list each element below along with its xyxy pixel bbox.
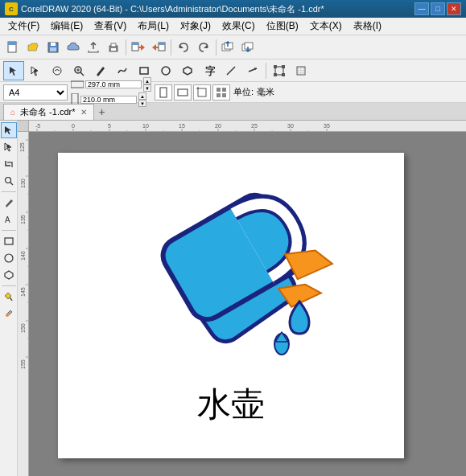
left-zoom-tool[interactable]: [1, 173, 17, 189]
print-button[interactable]: [104, 38, 123, 57]
svg-point-60: [5, 254, 13, 262]
svg-line-57: [10, 183, 13, 186]
height-field[interactable]: [80, 96, 137, 104]
left-select-tool[interactable]: [1, 122, 17, 138]
left-eyedropper-tool[interactable]: [1, 306, 17, 322]
add-tab-button[interactable]: +: [94, 104, 110, 120]
svg-point-22: [53, 67, 61, 75]
tab-bar: ⌂ 未命名 -1.cdr* ✕ +: [0, 103, 466, 121]
menu-text[interactable]: 文本(X): [305, 18, 347, 35]
menu-table[interactable]: 表格(I): [348, 18, 386, 35]
svg-text:140: 140: [20, 251, 26, 261]
text-tool[interactable]: 字: [199, 61, 220, 80]
import-button[interactable]: [129, 38, 148, 57]
left-polygon-tool[interactable]: [1, 267, 17, 283]
upload-button[interactable]: [84, 38, 103, 57]
document-tab[interactable]: ⌂ 未命名 -1.cdr* ✕: [3, 104, 94, 120]
crop-tool[interactable]: [291, 61, 311, 80]
close-button[interactable]: ✕: [447, 2, 461, 15]
svg-marker-29: [184, 67, 192, 75]
move-down-button[interactable]: [239, 38, 258, 57]
bleed-button[interactable]: [193, 84, 211, 101]
undo-button[interactable]: [174, 38, 193, 57]
left-fill-tool[interactable]: [1, 289, 17, 305]
minimize-button[interactable]: —: [414, 2, 429, 15]
canvas-area[interactable]: -5 0 5 10 15 20 25 30 35: [18, 121, 466, 476]
new-button[interactable]: [3, 38, 23, 57]
landscape-button[interactable]: [174, 84, 192, 101]
menu-object[interactable]: 对象(J): [175, 18, 216, 35]
svg-rect-7: [111, 43, 116, 47]
menu-view[interactable]: 查看(V): [89, 18, 131, 35]
ruler-corner: [18, 121, 29, 132]
v-ruler-ticks: 125 130 135 140 145 150 155: [18, 132, 29, 476]
svg-rect-1: [8, 42, 16, 45]
width-field[interactable]: [85, 80, 142, 88]
main-toolbar: [0, 35, 466, 60]
main-area: A -5 0: [0, 121, 466, 476]
width-up[interactable]: ▲: [143, 77, 151, 84]
svg-rect-38: [282, 73, 285, 76]
dimension-tool[interactable]: [242, 61, 263, 80]
tab-close-button[interactable]: ✕: [80, 108, 87, 117]
redo-button[interactable]: [194, 38, 213, 57]
width-icon: [71, 80, 84, 88]
save-button[interactable]: [43, 38, 63, 57]
svg-text:25: 25: [251, 123, 258, 129]
title-bar: C CorelDRAW 2020 (64-Bit) - C:\Users\Adm…: [0, 0, 466, 18]
left-ellipse-tool[interactable]: [1, 250, 17, 266]
menu-edit[interactable]: 编辑(E): [46, 18, 88, 35]
smear-tool[interactable]: [47, 61, 68, 80]
portrait-button[interactable]: [155, 84, 172, 101]
page-size-select[interactable]: A4: [3, 84, 68, 101]
svg-text:130: 130: [20, 178, 26, 188]
left-separator-2: [2, 230, 16, 231]
svg-rect-8: [111, 48, 116, 51]
line-tool[interactable]: [221, 61, 241, 80]
h-ruler-ticks: -5 0 5 10 15 20 25 30 35: [29, 121, 466, 132]
left-rect-tool[interactable]: [1, 233, 17, 249]
move-up-button[interactable]: [219, 38, 238, 57]
svg-text:125: 125: [19, 142, 25, 152]
svg-rect-37: [274, 73, 277, 76]
svg-rect-35: [274, 65, 277, 68]
svg-point-21: [34, 69, 37, 72]
width-down[interactable]: ▼: [143, 84, 151, 92]
open-button[interactable]: [23, 38, 43, 57]
svg-text:15: 15: [179, 123, 185, 129]
svg-rect-45: [178, 89, 188, 96]
select-tool[interactable]: [3, 61, 24, 80]
grid-button[interactable]: [212, 84, 230, 101]
menu-bar: 文件(F) 编辑(E) 查看(V) 布局(L) 对象(J) 效果(C) 位图(B…: [0, 18, 466, 35]
menu-effects[interactable]: 效果(C): [217, 18, 260, 35]
svg-marker-19: [10, 67, 16, 76]
left-text-tool[interactable]: A: [1, 211, 17, 228]
maximize-button[interactable]: □: [431, 2, 445, 15]
svg-marker-2: [16, 42, 18, 43]
menu-file[interactable]: 文件(F): [3, 18, 44, 35]
height-up[interactable]: ▲: [138, 92, 146, 100]
tool-palette-bar: 字: [0, 60, 466, 82]
ellipse-tool[interactable]: [155, 61, 176, 80]
menu-bitmap[interactable]: 位图(B): [262, 18, 303, 35]
cloud-button[interactable]: [64, 38, 83, 57]
svg-rect-42: [71, 81, 84, 88]
svg-text:-5: -5: [35, 123, 40, 129]
left-crop-tool[interactable]: [1, 156, 17, 172]
left-pen-tool[interactable]: [1, 195, 17, 211]
svg-line-31: [227, 67, 235, 75]
polygon-tool[interactable]: [177, 61, 198, 80]
left-shape-tool[interactable]: [1, 139, 17, 155]
shape-tool[interactable]: [25, 61, 46, 80]
svg-rect-36: [282, 65, 285, 68]
svg-text:A: A: [5, 215, 10, 224]
transform-tool[interactable]: [269, 61, 290, 80]
svg-point-55: [6, 145, 10, 148]
window-controls: — □ ✕: [414, 2, 461, 15]
svg-text:150: 150: [20, 323, 26, 333]
svg-rect-27: [140, 68, 148, 74]
export-button[interactable]: [149, 38, 168, 57]
svg-text:5: 5: [108, 123, 111, 129]
menu-layout[interactable]: 布局(L): [133, 18, 174, 35]
height-down[interactable]: ▼: [138, 100, 146, 107]
